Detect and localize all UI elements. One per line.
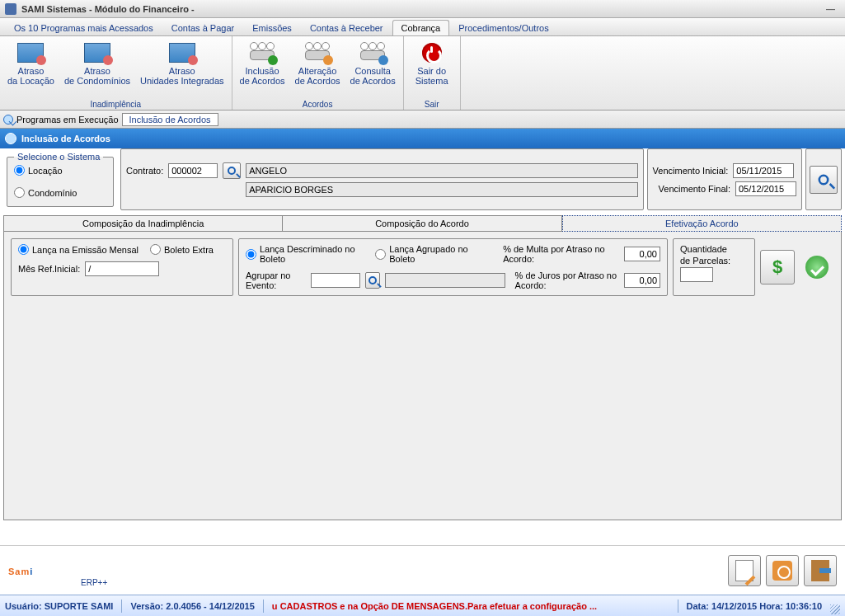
agrupar-search-button[interactable] — [365, 272, 379, 289]
image-icon — [17, 43, 44, 63]
status-version: Versão: 2.0.4056 - 14/12/2015 — [130, 601, 254, 611]
btn-atraso-unidades[interactable]: Atraso Unidades Integradas — [136, 38, 228, 100]
programas-label: Programas em Execução — [16, 115, 119, 125]
agrupar-label: Agrupar no Evento: — [246, 270, 306, 290]
nome2-field — [246, 182, 637, 197]
qtd-label2: de Parcelas: — [680, 256, 730, 266]
btn-inclusao-acordos[interactable]: Inclusão de Acordos — [236, 38, 289, 100]
search-icon — [228, 167, 236, 175]
check-icon — [805, 256, 829, 279]
exit-button[interactable] — [804, 555, 837, 586]
app-icon — [5, 3, 16, 15]
tab-composicao-inadimplencia[interactable]: Composição da Inadimplência — [3, 215, 283, 232]
sistema-fieldset: Selecione o Sistema Locação Condomínio — [7, 152, 114, 207]
panel-qtd-parcelas: Quantidade de Parcelas: — [673, 238, 755, 296]
tab-composicao-acordo[interactable]: Composição do Acordo — [283, 215, 561, 232]
edit-button[interactable] — [728, 555, 761, 586]
btn-atraso-condominios[interactable]: Atraso de Condomínios — [60, 38, 134, 100]
search-icon — [3, 115, 13, 125]
money-button[interactable]: $ — [760, 250, 795, 284]
venc-inicial-label: Vencimento Inicial: — [653, 166, 729, 176]
venc-inicial-input[interactable] — [733, 163, 794, 178]
gear-icon — [772, 561, 792, 581]
radio-boleto-extra[interactable]: Boleto Extra — [150, 244, 214, 255]
menu-10prog[interactable]: Os 10 Programas mais Acessados — [5, 20, 162, 35]
window-titlebar: SAMI Sistemas - Módulo do Financeiro - — — [0, 0, 845, 18]
search-icon — [369, 276, 377, 284]
confirm-button[interactable] — [800, 250, 834, 284]
menu-cobranca[interactable]: Cobrança — [392, 20, 450, 35]
nome1-field — [246, 163, 637, 178]
agrupar-evento-input[interactable] — [311, 273, 360, 288]
menu-procedimentos[interactable]: Procedimentos/Outros — [449, 20, 557, 35]
image-icon — [84, 43, 110, 63]
menu-emissoes[interactable]: Emissões — [243, 20, 301, 35]
people-icon — [248, 42, 276, 63]
tab-efetivacao-acordo[interactable]: Efetivação Acordo — [562, 215, 842, 232]
doc-tab-inclusao[interactable]: Inclusão de Acordos — [122, 113, 218, 126]
multa-input[interactable] — [624, 247, 660, 261]
contrato-panel: Contrato: Contrato: — [120, 148, 644, 210]
status-bar: Usuário: SUPORTE SAMI Versão: 2.0.4056 -… — [0, 595, 845, 616]
radio-descriminado[interactable]: Lança Descriminado no Boleto — [246, 244, 357, 264]
status-user: Usuário: SUPORTE SAMI — [5, 601, 113, 611]
agrupar-desc-field — [385, 273, 505, 288]
venc-search-button[interactable] — [810, 166, 838, 194]
resize-grip[interactable] — [830, 604, 840, 614]
page-header-icon — [5, 133, 16, 144]
window-title: SAMI Sistemas - Módulo do Financeiro - — [21, 4, 195, 14]
inner-tabstrip: Composição da Inadimplência Composição d… — [3, 215, 842, 232]
ribbon-group-sair: Sair do Sistema Sair — [404, 36, 461, 110]
vencimento-panel: Vencimento Inicial: Vencimento Final: — [647, 148, 802, 210]
menu-contas-pagar[interactable]: Contas à Pagar — [162, 20, 243, 35]
btn-alteracao-acordos[interactable]: Alteração de Acordos — [291, 38, 345, 100]
status-datetime: Data: 14/12/2015 Hora: 10:36:10 — [687, 601, 822, 611]
btn-atraso-locacao[interactable]: Atraso da Locação — [3, 38, 59, 100]
btn-sair-sistema[interactable]: Sair do Sistema — [407, 38, 457, 100]
people-icon — [359, 42, 387, 63]
radio-agrupado[interactable]: Lança Agrupado no Boleto — [375, 244, 473, 264]
contrato-input[interactable] — [168, 163, 218, 178]
image-icon — [169, 43, 195, 63]
document-tabs: Programas em Execução Inclusão de Acordo… — [0, 111, 845, 129]
radio-locacao[interactable]: Locação — [14, 165, 63, 176]
main-menu: Os 10 Programas mais Acessados Contas à … — [0, 18, 845, 36]
page-header: Inclusão de Acordos — [0, 129, 845, 148]
ribbon-group-inadimplencia: Atraso da Locação Atraso de Condomínios … — [0, 36, 232, 110]
qtd-label1: Quantidade — [680, 244, 748, 254]
radio-emissao-mensal[interactable]: Lança na Emissão Mensal — [18, 244, 138, 255]
logo-sub: ERP++ — [81, 578, 107, 587]
tab-body: Lança na Emissão Mensal Boleto Extra Mês… — [3, 232, 842, 520]
ribbon-group-acordos: Inclusão de Acordos Alteração de Acordos… — [232, 36, 404, 110]
juros-input[interactable] — [624, 273, 660, 288]
logo: Sami — [8, 550, 35, 581]
ribbon: Atraso da Locação Atraso de Condomínios … — [0, 36, 845, 111]
venc-final-label: Vencimento Final: — [659, 184, 730, 194]
exit-icon — [811, 560, 829, 581]
contrato-search-button[interactable] — [223, 162, 241, 179]
status-alert: u CADASTROS e na Opção DE MENSAGENS.Para… — [272, 601, 669, 611]
page-title: Inclusão de Acordos — [21, 134, 110, 143]
panel-emissao: Lança na Emissão Mensal Boleto Extra Mês… — [11, 238, 233, 296]
contrato-label: Contrato: — [126, 166, 163, 176]
power-icon — [422, 43, 442, 63]
multa-label: % de Multa por Atraso no Acordo: — [503, 244, 613, 264]
minimize-button[interactable]: — — [821, 4, 840, 14]
menu-contas-receber[interactable]: Contas à Receber — [301, 20, 392, 35]
people-icon — [303, 42, 331, 63]
radio-condominio[interactable]: Condomínio — [14, 187, 77, 198]
footer: Sami ERP++ — [0, 545, 845, 595]
edit-icon — [735, 560, 753, 581]
juros-label: % de Juros por Atraso no Acordo: — [515, 270, 619, 290]
panel-boleto: Lança Descriminado no Boleto Lança Agrup… — [238, 238, 668, 296]
mes-ref-input[interactable] — [85, 261, 159, 276]
dollar-icon: $ — [772, 256, 782, 278]
venc-final-input[interactable] — [735, 181, 796, 196]
mes-ref-label: Mês Ref.Inicial: — [18, 264, 80, 274]
btn-consulta-acordos[interactable]: Consulta de Acordos — [346, 38, 400, 100]
venc-search-panel — [805, 148, 842, 210]
search-icon — [819, 174, 829, 185]
qtd-parcelas-input[interactable] — [680, 267, 713, 282]
settings-button[interactable] — [766, 555, 799, 586]
